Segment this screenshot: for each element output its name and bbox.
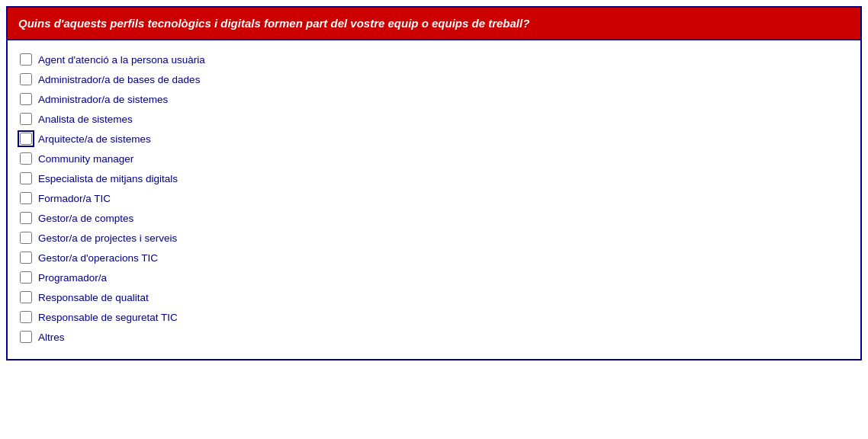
option-checkbox-6[interactable] [20, 152, 32, 165]
option-label-6[interactable]: Community manager [38, 153, 133, 165]
option-checkbox-15[interactable] [20, 331, 32, 343]
option-checkbox-4[interactable] [20, 113, 32, 125]
option-checkbox-5[interactable] [20, 133, 32, 145]
option-item[interactable]: Formador/a TIC [20, 188, 848, 208]
option-item[interactable]: Administrador/a de bases de dades [20, 69, 848, 89]
option-item[interactable]: Responsable de qualitat [20, 287, 848, 307]
option-item[interactable]: Analista de sistemes [20, 109, 848, 129]
option-item[interactable]: Gestor/a de comptes [20, 208, 848, 228]
option-checkbox-9[interactable] [20, 212, 32, 224]
option-label-14[interactable]: Responsable de seguretat TIC [38, 312, 178, 323]
option-checkbox-12[interactable] [20, 271, 32, 284]
option-label-10[interactable]: Gestor/a de projectes i serveis [38, 232, 177, 244]
option-checkbox-3[interactable] [20, 93, 32, 105]
option-label-1[interactable]: Agent d'atenció a la persona usuària [38, 54, 205, 66]
option-checkbox-11[interactable] [20, 252, 32, 264]
option-checkbox-14[interactable] [20, 311, 32, 323]
option-item[interactable]: Especialista de mitjans digitals [20, 168, 848, 188]
option-item[interactable]: Arquitecte/a de sistemes [20, 129, 848, 149]
option-item[interactable]: Community manager [20, 149, 848, 168]
option-label-5[interactable]: Arquitecte/a de sistemes [38, 133, 151, 145]
option-label-9[interactable]: Gestor/a de comptes [38, 213, 133, 224]
option-label-12[interactable]: Programador/a [38, 272, 107, 284]
option-label-7[interactable]: Especialista de mitjans digitals [38, 173, 178, 184]
question-text: Quins d'aquests perfils tecnològics i di… [18, 15, 850, 31]
option-item[interactable]: Administrador/a de sistemes [20, 89, 848, 109]
option-checkbox-2[interactable] [20, 73, 32, 85]
option-checkbox-1[interactable] [20, 53, 32, 66]
option-label-2[interactable]: Administrador/a de bases de dades [38, 74, 200, 85]
question-header: Quins d'aquests perfils tecnològics i di… [8, 8, 860, 40]
option-item[interactable]: Gestor/a d'operacions TIC [20, 248, 848, 268]
option-checkbox-8[interactable] [20, 192, 32, 204]
option-label-15[interactable]: Altres [38, 332, 65, 343]
option-item[interactable]: Gestor/a de projectes i serveis [20, 228, 848, 248]
option-checkbox-7[interactable] [20, 172, 32, 184]
option-item[interactable]: Responsable de seguretat TIC [20, 307, 848, 327]
option-item[interactable]: Programador/a [20, 268, 848, 287]
option-checkbox-10[interactable] [20, 232, 32, 244]
options-list: Agent d'atenció a la persona usuàriaAdmi… [8, 40, 860, 359]
option-label-13[interactable]: Responsable de qualitat [38, 292, 149, 303]
option-label-4[interactable]: Analista de sistemes [38, 114, 133, 125]
option-checkbox-13[interactable] [20, 291, 32, 303]
option-label-8[interactable]: Formador/a TIC [38, 193, 111, 204]
option-item[interactable]: Altres [20, 327, 848, 347]
survey-container: Quins d'aquests perfils tecnològics i di… [6, 6, 862, 360]
option-label-3[interactable]: Administrador/a de sistemes [38, 94, 168, 105]
option-item[interactable]: Agent d'atenció a la persona usuària [20, 50, 848, 69]
option-label-11[interactable]: Gestor/a d'operacions TIC [38, 252, 158, 264]
